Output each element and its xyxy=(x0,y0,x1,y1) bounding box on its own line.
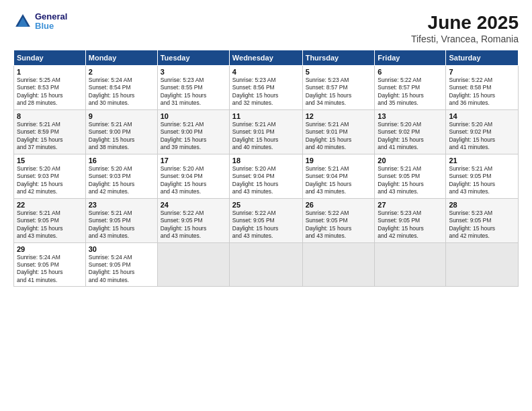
day-detail: Sunrise: 5:24 AM Sunset: 9:05 PM Dayligh… xyxy=(89,254,154,285)
day-detail: Sunrise: 5:20 AM Sunset: 9:03 PM Dayligh… xyxy=(17,165,83,196)
day-detail: Sunrise: 5:21 AM Sunset: 9:00 PM Dayligh… xyxy=(161,121,226,152)
day-detail: Sunrise: 5:21 AM Sunset: 9:01 PM Dayligh… xyxy=(306,121,372,152)
day-number: 21 xyxy=(449,156,515,165)
calendar-cell: 18Sunrise: 5:20 AM Sunset: 9:04 PM Dayli… xyxy=(229,154,302,198)
weekday-saturday: Saturday xyxy=(446,50,519,66)
calendar-cell: 28Sunrise: 5:23 AM Sunset: 9:05 PM Dayli… xyxy=(446,198,519,242)
day-detail: Sunrise: 5:22 AM Sunset: 9:05 PM Dayligh… xyxy=(232,210,300,240)
calendar-cell: 1Sunrise: 5:25 AM Sunset: 8:53 PM Daylig… xyxy=(14,66,86,110)
calendar-week-4: 22Sunrise: 5:21 AM Sunset: 9:05 PM Dayli… xyxy=(14,198,519,242)
calendar-cell: 4Sunrise: 5:23 AM Sunset: 8:56 PM Daylig… xyxy=(229,66,302,110)
day-detail: Sunrise: 5:22 AM Sunset: 8:57 PM Dayligh… xyxy=(378,77,443,107)
calendar-cell xyxy=(157,242,229,287)
page: General Blue June 2025 Tifesti, Vrancea,… xyxy=(0,0,532,411)
calendar-cell: 24Sunrise: 5:22 AM Sunset: 9:05 PM Dayli… xyxy=(157,198,229,242)
calendar-cell: 11Sunrise: 5:21 AM Sunset: 9:01 PM Dayli… xyxy=(229,109,302,154)
day-detail: Sunrise: 5:20 AM Sunset: 9:04 PM Dayligh… xyxy=(161,165,226,196)
day-detail: Sunrise: 5:20 AM Sunset: 9:04 PM Dayligh… xyxy=(232,165,300,196)
calendar-cell: 22Sunrise: 5:21 AM Sunset: 9:05 PM Dayli… xyxy=(14,198,86,242)
weekday-wednesday: Wednesday xyxy=(229,50,302,66)
day-detail: Sunrise: 5:21 AM Sunset: 9:00 PM Dayligh… xyxy=(89,121,154,152)
calendar-week-2: 8Sunrise: 5:21 AM Sunset: 8:59 PM Daylig… xyxy=(14,109,519,154)
day-number: 5 xyxy=(306,68,372,76)
logo-line2: Blue xyxy=(35,21,67,31)
weekday-friday: Friday xyxy=(375,50,446,66)
day-number: 12 xyxy=(306,112,372,120)
day-number: 10 xyxy=(161,112,226,120)
day-detail: Sunrise: 5:23 AM Sunset: 9:05 PM Dayligh… xyxy=(378,210,443,240)
day-number: 8 xyxy=(17,112,83,120)
weekday-tuesday: Tuesday xyxy=(157,50,229,66)
day-number: 22 xyxy=(17,201,83,209)
day-detail: Sunrise: 5:21 AM Sunset: 8:59 PM Dayligh… xyxy=(17,121,83,152)
calendar-cell: 19Sunrise: 5:21 AM Sunset: 9:04 PM Dayli… xyxy=(302,154,375,198)
calendar-cell: 14Sunrise: 5:20 AM Sunset: 9:02 PM Dayli… xyxy=(446,109,519,154)
calendar-cell: 5Sunrise: 5:23 AM Sunset: 8:57 PM Daylig… xyxy=(302,66,375,110)
calendar-body: 1Sunrise: 5:25 AM Sunset: 8:53 PM Daylig… xyxy=(14,66,519,287)
day-detail: Sunrise: 5:21 AM Sunset: 9:05 PM Dayligh… xyxy=(378,165,443,196)
day-number: 15 xyxy=(17,156,83,165)
logo: General Blue xyxy=(13,12,67,32)
calendar-cell xyxy=(302,242,375,287)
day-number: 23 xyxy=(89,201,154,209)
day-number: 29 xyxy=(17,245,83,253)
day-detail: Sunrise: 5:24 AM Sunset: 9:05 PM Dayligh… xyxy=(17,254,83,285)
calendar-cell xyxy=(446,242,519,287)
day-number: 16 xyxy=(89,156,154,165)
day-detail: Sunrise: 5:23 AM Sunset: 9:05 PM Dayligh… xyxy=(449,210,515,240)
calendar-cell: 21Sunrise: 5:21 AM Sunset: 9:05 PM Dayli… xyxy=(446,154,519,198)
day-number: 3 xyxy=(161,68,226,76)
day-detail: Sunrise: 5:23 AM Sunset: 8:57 PM Dayligh… xyxy=(306,77,372,107)
day-number: 20 xyxy=(378,156,443,165)
day-number: 7 xyxy=(449,68,515,76)
day-number: 18 xyxy=(232,156,300,165)
day-detail: Sunrise: 5:25 AM Sunset: 8:53 PM Dayligh… xyxy=(17,77,83,107)
day-number: 4 xyxy=(232,68,300,76)
header: General Blue June 2025 Tifesti, Vrancea,… xyxy=(13,12,519,44)
day-number: 28 xyxy=(449,201,515,209)
day-number: 1 xyxy=(17,68,83,76)
day-number: 11 xyxy=(232,112,300,120)
calendar-cell: 9Sunrise: 5:21 AM Sunset: 9:00 PM Daylig… xyxy=(85,109,157,154)
day-detail: Sunrise: 5:22 AM Sunset: 9:05 PM Dayligh… xyxy=(161,210,226,240)
day-detail: Sunrise: 5:21 AM Sunset: 9:04 PM Dayligh… xyxy=(306,165,372,196)
calendar-cell: 20Sunrise: 5:21 AM Sunset: 9:05 PM Dayli… xyxy=(375,154,446,198)
calendar-week-5: 29Sunrise: 5:24 AM Sunset: 9:05 PM Dayli… xyxy=(14,242,519,287)
day-number: 17 xyxy=(161,156,226,165)
logo-line1: General xyxy=(35,12,67,21)
calendar-cell: 23Sunrise: 5:21 AM Sunset: 9:05 PM Dayli… xyxy=(85,198,157,242)
calendar-cell: 25Sunrise: 5:22 AM Sunset: 9:05 PM Dayli… xyxy=(229,198,302,242)
day-number: 26 xyxy=(306,201,372,209)
calendar-cell: 6Sunrise: 5:22 AM Sunset: 8:57 PM Daylig… xyxy=(375,66,446,110)
day-number: 13 xyxy=(378,112,443,120)
day-detail: Sunrise: 5:20 AM Sunset: 9:02 PM Dayligh… xyxy=(378,121,443,152)
page-subtitle: Tifesti, Vrancea, Romania xyxy=(411,34,519,44)
day-detail: Sunrise: 5:23 AM Sunset: 8:56 PM Dayligh… xyxy=(232,77,300,107)
calendar-cell: 17Sunrise: 5:20 AM Sunset: 9:04 PM Dayli… xyxy=(157,154,229,198)
day-detail: Sunrise: 5:21 AM Sunset: 9:05 PM Dayligh… xyxy=(89,210,154,240)
day-number: 30 xyxy=(89,245,154,253)
calendar-cell: 15Sunrise: 5:20 AM Sunset: 9:03 PM Dayli… xyxy=(14,154,86,198)
day-number: 6 xyxy=(378,68,443,76)
day-number: 27 xyxy=(378,201,443,209)
day-number: 9 xyxy=(89,112,154,120)
day-number: 19 xyxy=(306,156,372,165)
day-number: 2 xyxy=(89,68,154,76)
weekday-monday: Monday xyxy=(85,50,157,66)
calendar: Sunday Monday Tuesday Wednesday Thursday… xyxy=(13,50,519,287)
calendar-cell: 29Sunrise: 5:24 AM Sunset: 9:05 PM Dayli… xyxy=(14,242,86,287)
calendar-cell: 10Sunrise: 5:21 AM Sunset: 9:00 PM Dayli… xyxy=(157,109,229,154)
calendar-header: Sunday Monday Tuesday Wednesday Thursday… xyxy=(14,50,519,66)
day-detail: Sunrise: 5:20 AM Sunset: 9:02 PM Dayligh… xyxy=(449,121,515,152)
calendar-cell: 2Sunrise: 5:24 AM Sunset: 8:54 PM Daylig… xyxy=(85,66,157,110)
calendar-cell xyxy=(375,242,446,287)
day-detail: Sunrise: 5:24 AM Sunset: 8:54 PM Dayligh… xyxy=(89,77,154,107)
calendar-cell: 13Sunrise: 5:20 AM Sunset: 9:02 PM Dayli… xyxy=(375,109,446,154)
page-title: June 2025 xyxy=(411,12,519,34)
calendar-cell: 12Sunrise: 5:21 AM Sunset: 9:01 PM Dayli… xyxy=(302,109,375,154)
day-detail: Sunrise: 5:21 AM Sunset: 9:01 PM Dayligh… xyxy=(232,121,300,152)
logo-text: General Blue xyxy=(35,12,67,32)
weekday-header-row: Sunday Monday Tuesday Wednesday Thursday… xyxy=(14,50,519,66)
day-detail: Sunrise: 5:21 AM Sunset: 9:05 PM Dayligh… xyxy=(17,210,83,240)
calendar-cell xyxy=(229,242,302,287)
